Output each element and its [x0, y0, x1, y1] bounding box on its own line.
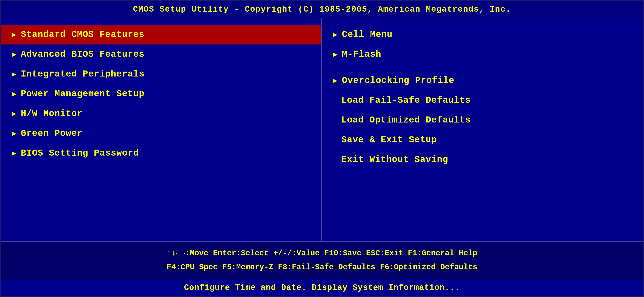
- menu-item-green-power[interactable]: ▶ Green Power: [1, 124, 321, 143]
- keys-line2: F4:CPU Spec F5:Memory-Z F8:Fail-Safe Def…: [10, 260, 634, 274]
- label-green: Green Power: [21, 128, 83, 139]
- left-panel: ▶ Standard CMOS Features ▶ Advanced BIOS…: [1, 18, 322, 241]
- menu-item-save-exit[interactable]: Save & Exit Setup: [322, 130, 643, 150]
- label-mflash: M-Flash: [342, 49, 381, 60]
- label-advanced-bios: Advanced BIOS Features: [21, 49, 145, 60]
- arrow-icon-oc: ▶: [333, 76, 338, 85]
- menu-item-power[interactable]: ▶ Power Management Setup: [1, 84, 321, 104]
- arrow-icon-bios-pw: ▶: [12, 149, 16, 158]
- label-exit-without: Exit Without Saving: [341, 155, 448, 165]
- label-failsafe: Load Fail-Safe Defaults: [341, 95, 471, 106]
- arrow-icon-cell: ▶: [333, 30, 338, 39]
- label-integrated: Integrated Peripherals: [21, 69, 145, 79]
- label-hw: H/W Monitor: [21, 109, 83, 119]
- right-panel: ▶ Cell Menu ▶ M-Flash ▶ Overclocking Pro…: [322, 18, 643, 241]
- menu-item-advanced-bios[interactable]: ▶ Advanced BIOS Features: [1, 45, 321, 64]
- menu-item-standard-cmos[interactable]: ▶ Standard CMOS Features: [1, 25, 321, 45]
- arrow-icon-standard-cmos: ▶: [12, 30, 16, 39]
- arrow-icon-power: ▶: [12, 89, 16, 99]
- menu-item-bios-password[interactable]: ▶ BIOS Setting Password: [1, 143, 321, 163]
- arrow-icon-integrated: ▶: [12, 69, 16, 79]
- arrow-icon-hw: ▶: [12, 109, 16, 118]
- menu-item-overclocking[interactable]: ▶ Overclocking Profile: [322, 71, 643, 91]
- header-text: CMOS Setup Utility - Copyright (C) 1985-…: [133, 5, 511, 14]
- menu-item-exit-without[interactable]: Exit Without Saving: [322, 150, 643, 170]
- menu-item-m-flash[interactable]: ▶ M-Flash: [322, 45, 643, 64]
- label-oc: Overclocking Profile: [342, 75, 454, 86]
- arrow-icon-mflash: ▶: [333, 50, 338, 59]
- menu-item-cell-menu[interactable]: ▶ Cell Menu: [322, 25, 643, 45]
- menu-item-hw-monitor[interactable]: ▶ H/W Monitor: [1, 104, 321, 124]
- footer-status: Configure Time and Date. Display System …: [1, 279, 643, 296]
- footer-keys: ↑↓←→:Move Enter:Select +/-/:Value F10:Sa…: [1, 242, 643, 279]
- header-bar: CMOS Setup Utility - Copyright (C) 1985-…: [1, 1, 643, 18]
- label-standard-cmos: Standard CMOS Features: [21, 30, 145, 40]
- menu-item-optimized[interactable]: Load Optimized Defaults: [322, 110, 643, 130]
- label-optimized: Load Optimized Defaults: [341, 115, 471, 125]
- status-text: Configure Time and Date. Display System …: [184, 283, 460, 292]
- menu-item-integrated[interactable]: ▶ Integrated Peripherals: [1, 64, 321, 84]
- label-cell: Cell Menu: [342, 30, 393, 40]
- menu-item-failsafe[interactable]: Load Fail-Safe Defaults: [322, 91, 643, 110]
- main-content: ▶ Standard CMOS Features ▶ Advanced BIOS…: [1, 18, 643, 242]
- label-save-exit: Save & Exit Setup: [341, 135, 437, 145]
- arrow-icon-green: ▶: [12, 129, 16, 138]
- bios-screen: CMOS Setup Utility - Copyright (C) 1985-…: [0, 0, 644, 297]
- keys-line1: ↑↓←→:Move Enter:Select +/-/:Value F10:Sa…: [10, 246, 634, 260]
- label-power: Power Management Setup: [21, 89, 145, 99]
- label-bios-pw: BIOS Setting Password: [21, 148, 139, 158]
- arrow-icon-advanced-bios: ▶: [12, 50, 16, 59]
